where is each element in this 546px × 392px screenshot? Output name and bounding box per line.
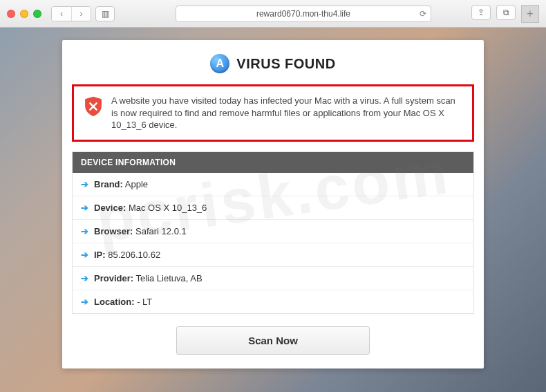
url-text: reward0670.mon-thu4.life xyxy=(256,9,350,19)
title-row: A VIRUS FOUND xyxy=(62,48,484,82)
nav-back-forward: ‹ › xyxy=(51,6,91,21)
info-value: 85.206.10.62 xyxy=(108,250,160,260)
device-info-header: DEVICE INFORMATION xyxy=(73,152,473,173)
reload-icon[interactable]: ⟳ xyxy=(420,9,426,19)
info-label: Provider: xyxy=(94,273,133,283)
alert-card: A VIRUS FOUND A website you have visited… xyxy=(62,40,484,368)
info-row: ➔Brand: Apple xyxy=(73,173,473,196)
info-row: ➔Device: Mac OS X 10_13_6 xyxy=(73,196,473,219)
new-tab-button[interactable]: + xyxy=(521,5,539,23)
forward-button[interactable]: › xyxy=(71,7,91,21)
info-row: ➔Browser: Safari 12.0.1 xyxy=(73,219,473,243)
info-row: ➔IP: 85.206.10.62 xyxy=(73,243,473,266)
alert-box: A website you have visited today has inf… xyxy=(72,84,474,142)
info-label: Browser: xyxy=(94,226,133,236)
arrow-icon: ➔ xyxy=(81,273,88,283)
info-value: Mac OS X 10_13_6 xyxy=(129,203,207,213)
share-button[interactable]: ⇪ xyxy=(471,5,491,20)
toolbar-right: ⇪ ⧉ + xyxy=(471,5,539,23)
device-info-section: DEVICE INFORMATION ➔Brand: Apple➔Device:… xyxy=(72,151,474,314)
info-value: Apple xyxy=(125,179,148,189)
alert-message: A website you have visited today has inf… xyxy=(111,95,462,131)
shield-alert-icon xyxy=(84,96,103,117)
safari-toolbar: ‹ › ▥ reward0670.mon-thu4.life ⟳ ⇪ ⧉ + xyxy=(0,0,546,28)
maximize-window-button[interactable] xyxy=(33,10,41,18)
tabs-icon: ⧉ xyxy=(503,8,509,17)
info-row: ➔Provider: Telia Lietuva, AB xyxy=(73,266,473,290)
sidebar-button[interactable]: ▥ xyxy=(95,6,115,21)
minimize-window-button[interactable] xyxy=(20,10,28,18)
page-content: A VIRUS FOUND A website you have visited… xyxy=(0,28,546,381)
info-value: Telia Lietuva, AB xyxy=(135,273,202,283)
sidebar-icon: ▥ xyxy=(102,9,109,19)
page-title: VIRUS FOUND xyxy=(236,56,335,72)
back-button[interactable]: ‹ xyxy=(52,7,71,21)
scan-now-button[interactable]: Scan Now xyxy=(176,326,370,355)
arrow-icon: ➔ xyxy=(81,179,88,189)
info-row: ➔Location: - LT xyxy=(73,290,473,313)
info-value: Safari 12.0.1 xyxy=(135,226,187,236)
window-controls xyxy=(7,10,41,18)
appstore-icon: A xyxy=(210,54,229,73)
info-label: Device: xyxy=(94,203,126,213)
close-window-button[interactable] xyxy=(7,10,15,18)
info-label: IP: xyxy=(94,250,106,260)
info-label: Location: xyxy=(94,297,135,307)
tabs-button[interactable]: ⧉ xyxy=(496,5,516,20)
arrow-icon: ➔ xyxy=(81,226,88,236)
info-value: - LT xyxy=(137,297,152,307)
info-label: Brand: xyxy=(94,179,123,189)
arrow-icon: ➔ xyxy=(81,203,88,213)
share-icon: ⇪ xyxy=(478,8,484,17)
arrow-icon: ➔ xyxy=(81,250,88,260)
arrow-icon: ➔ xyxy=(81,297,88,307)
address-bar[interactable]: reward0670.mon-thu4.life ⟳ xyxy=(176,6,431,22)
